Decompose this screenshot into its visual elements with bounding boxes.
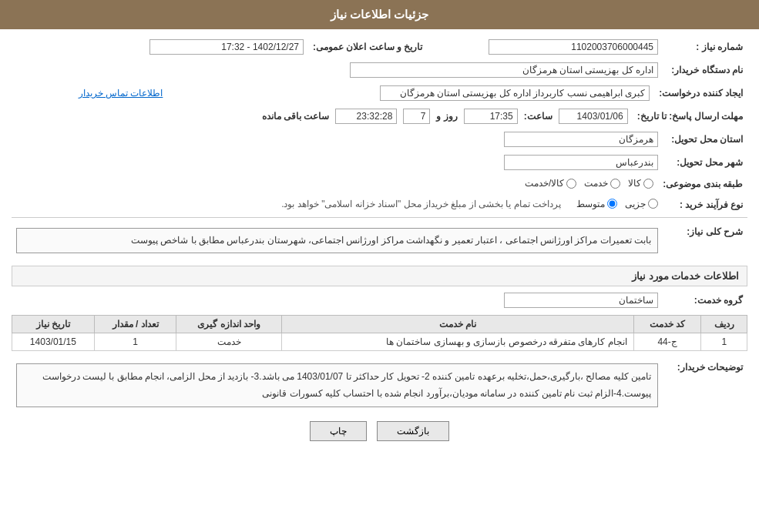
cell-name: انجام کارهای متفرقه درخصوص بازسازی و بهس…	[282, 333, 634, 351]
table-row: 1 ج-44 انجام کارهای متفرقه درخصوص بازساز…	[12, 333, 747, 351]
khadamat-section-title: اطلاعات خدمات مورد نیاز	[12, 266, 747, 286]
shahr-label: شهر محل تحویل:	[663, 152, 747, 172]
saatBaqi-value: 23:32:28	[335, 109, 397, 124]
col-name: نام خدمت	[282, 316, 634, 333]
radio-description: پرداخت تمام یا بخشی از مبلغ خریداز محل "…	[281, 199, 561, 209]
roz-value: 7	[403, 109, 430, 124]
col-kod: کد خدمت	[633, 316, 701, 333]
button-row: بازگشت چاپ	[12, 413, 747, 449]
tabaqebandi-label: طبقه بندی موضوعی:	[658, 176, 747, 193]
groheKhadamat-value: ساختمان	[504, 293, 658, 308]
ostan-label: استان محل تحویل:	[663, 129, 747, 149]
cell-kod: ج-44	[633, 333, 701, 351]
radio-kala-khadamat[interactable]: کالا/خدمت	[525, 178, 576, 189]
namdastgah-label: نام دستگاه خریدار:	[663, 60, 747, 80]
mohlatErsalPasokh-label: مهلت ارسال پاسخ: تا تاریخ:	[633, 106, 747, 126]
noefarayand-label: نوع فرآیند خرید :	[663, 196, 747, 214]
contact-link[interactable]: اطلاعات تماس خریدار	[79, 88, 163, 99]
col-radif: ردیف	[701, 316, 747, 333]
tawzihat-value: تامین کلیه مصالح ،بارگیری،حمل،تخلیه برعه…	[16, 363, 658, 407]
print-button[interactable]: چاپ	[310, 421, 367, 441]
back-button[interactable]: بازگشت	[377, 421, 449, 441]
tarikh-value: 1402/12/27 - 17:32	[149, 39, 304, 55]
date-value: 1403/01/06	[559, 109, 628, 124]
saatBaqi-label: ساعت باقی مانده	[262, 111, 330, 122]
radio-kala[interactable]: کالا	[628, 178, 653, 189]
noefarayand-radio-group: جزیی متوسط پرداخت تمام یا بخشی از مبلغ خ…	[281, 199, 658, 209]
ejad-value: کبری ابراهیمی نسب کاربرداز اداره کل بهزی…	[190, 83, 654, 103]
namdastgah-value: اداره کل بهزیستی استان هرمزگان	[12, 60, 663, 80]
tabaqebandi-radio-group: کالا خدمت کالا/خدمت	[525, 178, 653, 189]
sharh-value: بابت تعمیرات مراکز اورژانس اجتماعی ، اعت…	[16, 228, 658, 253]
sharh-label: شرح کلی نیاز:	[663, 222, 747, 259]
shomareNiaz-value: 1102003706000445	[489, 39, 658, 55]
page-title: جزئیات اطلاعات نیاز	[331, 8, 428, 21]
roz-label: روز و	[436, 111, 457, 122]
col-vahed: واحد اندازه گیری	[176, 316, 282, 333]
time-label: ساعت:	[524, 111, 552, 122]
radio-khadamat[interactable]: خدمت	[584, 178, 620, 189]
cell-radif: 1	[701, 333, 747, 351]
cell-vahed: خدمت	[176, 333, 282, 351]
shomareNiaz-label: شماره نیاز :	[663, 37, 747, 57]
radio-mottaset[interactable]: متوسط	[576, 199, 617, 209]
time-value: 17:35	[464, 109, 518, 124]
ostan-value: هرمزگان	[504, 132, 658, 147]
tawzihat-label: توضیحات خریدار:	[663, 357, 747, 413]
shahr-value: بندرعباس	[504, 155, 658, 170]
services-table: ردیف کد خدمت نام خدمت واحد اندازه گیری ت…	[12, 315, 747, 351]
col-tedad: تعداد / مقدار	[94, 316, 176, 333]
col-tarikh: تاریخ نیاز	[12, 316, 95, 333]
tarikh-label: تاریخ و ساعت اعلان عمومی:	[308, 37, 432, 57]
ejad-label: ایجاد کننده درخواست:	[654, 83, 747, 103]
page-header: جزئیات اطلاعات نیاز	[0, 0, 759, 29]
cell-tedad: 1	[94, 333, 176, 351]
cell-tarikh: 1403/01/15	[12, 333, 95, 351]
groheKhadamat-label: گروه خدمت:	[663, 290, 747, 310]
radio-jozvi[interactable]: جزیی	[625, 199, 658, 209]
